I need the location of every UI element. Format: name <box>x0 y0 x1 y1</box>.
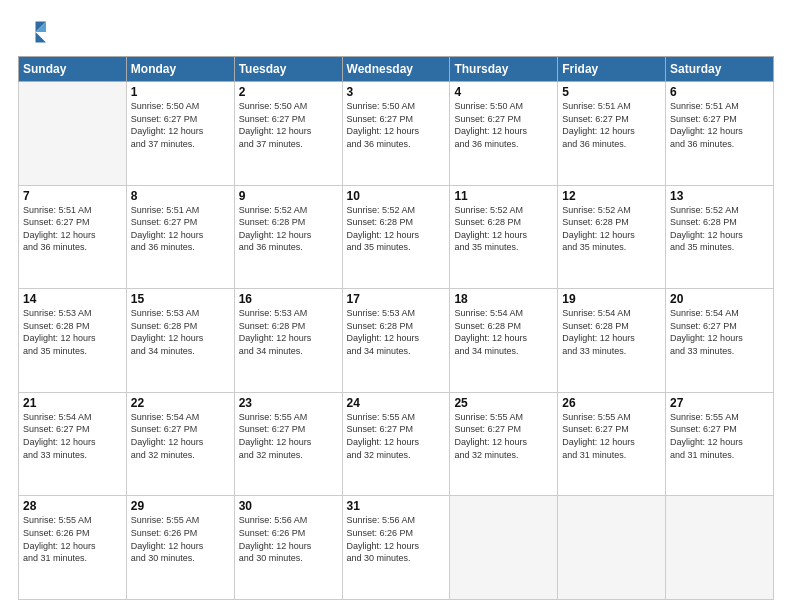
day-number: 13 <box>670 189 769 203</box>
day-number: 9 <box>239 189 338 203</box>
day-number: 23 <box>239 396 338 410</box>
day-info: Sunrise: 5:55 AM Sunset: 6:27 PM Dayligh… <box>562 411 661 461</box>
calendar-cell: 20Sunrise: 5:54 AM Sunset: 6:27 PM Dayli… <box>666 289 774 393</box>
day-number: 3 <box>347 85 446 99</box>
day-number: 2 <box>239 85 338 99</box>
day-info: Sunrise: 5:55 AM Sunset: 6:26 PM Dayligh… <box>23 514 122 564</box>
day-number: 19 <box>562 292 661 306</box>
calendar-cell: 9Sunrise: 5:52 AM Sunset: 6:28 PM Daylig… <box>234 185 342 289</box>
calendar-header-row: SundayMondayTuesdayWednesdayThursdayFrid… <box>19 57 774 82</box>
calendar-cell: 23Sunrise: 5:55 AM Sunset: 6:27 PM Dayli… <box>234 392 342 496</box>
weekday-header: Monday <box>126 57 234 82</box>
day-number: 30 <box>239 499 338 513</box>
calendar-cell: 22Sunrise: 5:54 AM Sunset: 6:27 PM Dayli… <box>126 392 234 496</box>
day-info: Sunrise: 5:52 AM Sunset: 6:28 PM Dayligh… <box>454 204 553 254</box>
calendar-cell: 19Sunrise: 5:54 AM Sunset: 6:28 PM Dayli… <box>558 289 666 393</box>
day-number: 24 <box>347 396 446 410</box>
day-info: Sunrise: 5:50 AM Sunset: 6:27 PM Dayligh… <box>454 100 553 150</box>
day-number: 27 <box>670 396 769 410</box>
day-number: 20 <box>670 292 769 306</box>
day-number: 25 <box>454 396 553 410</box>
calendar-cell: 7Sunrise: 5:51 AM Sunset: 6:27 PM Daylig… <box>19 185 127 289</box>
day-number: 5 <box>562 85 661 99</box>
weekday-header: Wednesday <box>342 57 450 82</box>
weekday-header: Thursday <box>450 57 558 82</box>
calendar-cell: 3Sunrise: 5:50 AM Sunset: 6:27 PM Daylig… <box>342 82 450 186</box>
day-info: Sunrise: 5:53 AM Sunset: 6:28 PM Dayligh… <box>131 307 230 357</box>
calendar-cell: 4Sunrise: 5:50 AM Sunset: 6:27 PM Daylig… <box>450 82 558 186</box>
calendar-cell: 30Sunrise: 5:56 AM Sunset: 6:26 PM Dayli… <box>234 496 342 600</box>
day-number: 17 <box>347 292 446 306</box>
calendar-cell: 26Sunrise: 5:55 AM Sunset: 6:27 PM Dayli… <box>558 392 666 496</box>
day-number: 26 <box>562 396 661 410</box>
day-number: 11 <box>454 189 553 203</box>
page: SundayMondayTuesdayWednesdayThursdayFrid… <box>0 0 792 612</box>
calendar-cell: 15Sunrise: 5:53 AM Sunset: 6:28 PM Dayli… <box>126 289 234 393</box>
calendar-cell: 1Sunrise: 5:50 AM Sunset: 6:27 PM Daylig… <box>126 82 234 186</box>
day-number: 8 <box>131 189 230 203</box>
day-info: Sunrise: 5:54 AM Sunset: 6:27 PM Dayligh… <box>131 411 230 461</box>
day-number: 15 <box>131 292 230 306</box>
weekday-header: Friday <box>558 57 666 82</box>
weekday-header: Saturday <box>666 57 774 82</box>
day-info: Sunrise: 5:51 AM Sunset: 6:27 PM Dayligh… <box>670 100 769 150</box>
calendar-cell: 17Sunrise: 5:53 AM Sunset: 6:28 PM Dayli… <box>342 289 450 393</box>
calendar-cell: 12Sunrise: 5:52 AM Sunset: 6:28 PM Dayli… <box>558 185 666 289</box>
day-number: 14 <box>23 292 122 306</box>
day-number: 22 <box>131 396 230 410</box>
day-info: Sunrise: 5:52 AM Sunset: 6:28 PM Dayligh… <box>239 204 338 254</box>
day-info: Sunrise: 5:52 AM Sunset: 6:28 PM Dayligh… <box>670 204 769 254</box>
day-info: Sunrise: 5:54 AM Sunset: 6:28 PM Dayligh… <box>454 307 553 357</box>
day-info: Sunrise: 5:56 AM Sunset: 6:26 PM Dayligh… <box>347 514 446 564</box>
day-info: Sunrise: 5:53 AM Sunset: 6:28 PM Dayligh… <box>347 307 446 357</box>
calendar-cell: 8Sunrise: 5:51 AM Sunset: 6:27 PM Daylig… <box>126 185 234 289</box>
day-info: Sunrise: 5:51 AM Sunset: 6:27 PM Dayligh… <box>562 100 661 150</box>
day-info: Sunrise: 5:53 AM Sunset: 6:28 PM Dayligh… <box>23 307 122 357</box>
logo-icon <box>18 18 46 46</box>
day-number: 28 <box>23 499 122 513</box>
calendar-cell <box>666 496 774 600</box>
day-info: Sunrise: 5:54 AM Sunset: 6:28 PM Dayligh… <box>562 307 661 357</box>
svg-marker-2 <box>36 32 47 43</box>
day-number: 29 <box>131 499 230 513</box>
day-info: Sunrise: 5:55 AM Sunset: 6:27 PM Dayligh… <box>347 411 446 461</box>
day-info: Sunrise: 5:55 AM Sunset: 6:27 PM Dayligh… <box>239 411 338 461</box>
calendar-cell: 29Sunrise: 5:55 AM Sunset: 6:26 PM Dayli… <box>126 496 234 600</box>
day-info: Sunrise: 5:54 AM Sunset: 6:27 PM Dayligh… <box>670 307 769 357</box>
calendar-cell: 6Sunrise: 5:51 AM Sunset: 6:27 PM Daylig… <box>666 82 774 186</box>
day-number: 7 <box>23 189 122 203</box>
day-number: 10 <box>347 189 446 203</box>
day-info: Sunrise: 5:56 AM Sunset: 6:26 PM Dayligh… <box>239 514 338 564</box>
day-info: Sunrise: 5:50 AM Sunset: 6:27 PM Dayligh… <box>131 100 230 150</box>
calendar-cell <box>558 496 666 600</box>
calendar-cell: 5Sunrise: 5:51 AM Sunset: 6:27 PM Daylig… <box>558 82 666 186</box>
day-number: 6 <box>670 85 769 99</box>
day-info: Sunrise: 5:52 AM Sunset: 6:28 PM Dayligh… <box>347 204 446 254</box>
day-info: Sunrise: 5:55 AM Sunset: 6:26 PM Dayligh… <box>131 514 230 564</box>
weekday-header: Tuesday <box>234 57 342 82</box>
day-info: Sunrise: 5:55 AM Sunset: 6:27 PM Dayligh… <box>454 411 553 461</box>
calendar: SundayMondayTuesdayWednesdayThursdayFrid… <box>18 56 774 600</box>
calendar-cell: 11Sunrise: 5:52 AM Sunset: 6:28 PM Dayli… <box>450 185 558 289</box>
day-number: 21 <box>23 396 122 410</box>
calendar-cell: 13Sunrise: 5:52 AM Sunset: 6:28 PM Dayli… <box>666 185 774 289</box>
calendar-cell: 31Sunrise: 5:56 AM Sunset: 6:26 PM Dayli… <box>342 496 450 600</box>
day-number: 18 <box>454 292 553 306</box>
weekday-header: Sunday <box>19 57 127 82</box>
calendar-cell: 18Sunrise: 5:54 AM Sunset: 6:28 PM Dayli… <box>450 289 558 393</box>
calendar-cell: 27Sunrise: 5:55 AM Sunset: 6:27 PM Dayli… <box>666 392 774 496</box>
day-info: Sunrise: 5:50 AM Sunset: 6:27 PM Dayligh… <box>239 100 338 150</box>
day-number: 31 <box>347 499 446 513</box>
day-info: Sunrise: 5:51 AM Sunset: 6:27 PM Dayligh… <box>23 204 122 254</box>
day-number: 12 <box>562 189 661 203</box>
calendar-cell: 14Sunrise: 5:53 AM Sunset: 6:28 PM Dayli… <box>19 289 127 393</box>
calendar-cell: 16Sunrise: 5:53 AM Sunset: 6:28 PM Dayli… <box>234 289 342 393</box>
calendar-cell: 21Sunrise: 5:54 AM Sunset: 6:27 PM Dayli… <box>19 392 127 496</box>
calendar-cell <box>19 82 127 186</box>
header <box>18 18 774 46</box>
logo <box>18 18 48 46</box>
calendar-cell: 24Sunrise: 5:55 AM Sunset: 6:27 PM Dayli… <box>342 392 450 496</box>
day-number: 1 <box>131 85 230 99</box>
day-info: Sunrise: 5:55 AM Sunset: 6:27 PM Dayligh… <box>670 411 769 461</box>
calendar-cell: 25Sunrise: 5:55 AM Sunset: 6:27 PM Dayli… <box>450 392 558 496</box>
